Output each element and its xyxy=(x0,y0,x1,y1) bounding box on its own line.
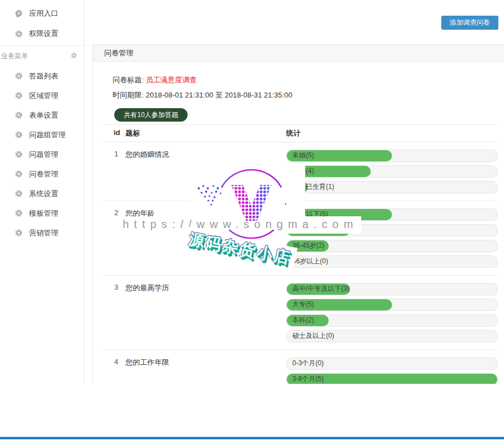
gear-icon xyxy=(15,209,23,217)
sidebar-item-app-entry[interactable]: 应用入口 xyxy=(0,3,84,24)
sidebar-item-label: 问卷管理 xyxy=(29,169,58,179)
stat-bar-label: 0-3个月(0) xyxy=(292,358,324,368)
participants-badge: 共有10人参加答题 xyxy=(114,108,188,122)
gear-icon xyxy=(15,72,23,80)
stat-bar-label: 高中/中专及以下(3) xyxy=(292,284,349,294)
sidebar-item-region-management[interactable]: 区域管理 xyxy=(0,86,84,105)
sidebar-item-label: 表单设置 xyxy=(29,110,58,120)
gear-icon xyxy=(15,131,23,139)
sidebar-item-form-settings[interactable]: 表单设置 xyxy=(0,105,84,125)
stat-bar-track: 高中/中专及以下(3) xyxy=(286,283,498,295)
sidebar-item-label: 应用入口 xyxy=(29,8,58,18)
sidebar-item-label: 问题组管理 xyxy=(29,130,66,140)
watermark-logo xyxy=(188,161,288,245)
stat-bar-track: 大专(5) xyxy=(286,299,498,311)
gear-icon xyxy=(15,229,23,237)
panel-title: 问卷管理 xyxy=(93,45,504,62)
gear-icon xyxy=(15,170,23,178)
sidebar-item-question-group-management[interactable]: 问题组管理 xyxy=(0,125,84,145)
survey-time-value: 2018-08-01 21:31:00 至 2018-08-31 21:35:0… xyxy=(146,91,292,99)
stat-bar-label: 未婚(5) xyxy=(292,150,314,160)
sidebar-item-label: 营销管理 xyxy=(29,228,58,238)
stat-bars: 未婚(5)已婚(4)已婚已生育(1) xyxy=(286,150,498,197)
stat-bar-track: 本科(2) xyxy=(286,314,498,327)
stat-bar-label: 硕士及以上(0) xyxy=(292,331,334,341)
stat-bar-track: 已婚已生育(1) xyxy=(286,181,498,193)
sidebar-item-marketing-management[interactable]: 营销管理 xyxy=(0,223,84,243)
gear-icon xyxy=(15,150,23,159)
survey-title-label: 问卷标题: xyxy=(113,76,144,84)
add-survey-button[interactable]: 添加调查问卷 xyxy=(441,16,498,30)
survey-title-value: 员工满意度调查 xyxy=(146,76,197,84)
sidebar-item-answer-list[interactable]: 答题列表 xyxy=(0,66,84,86)
sidebar-item-question-management[interactable]: 问题管理 xyxy=(0,145,84,164)
application-window: 应用入口 权限设置 业务菜单 答题列表区域管理表单设置问题组管理问题管理问卷管理… xyxy=(0,0,504,441)
sidebar-item-label: 区域管理 xyxy=(29,91,58,101)
sidebar-item-questionnaire-management[interactable]: 问卷管理 xyxy=(0,164,84,184)
sidebar-top-group: 应用入口 权限设置 xyxy=(0,0,84,44)
survey-time-label: 时间期限: xyxy=(113,91,144,99)
stat-bar-label: 本科(2) xyxy=(292,315,314,325)
sidebar-item-system-settings[interactable]: 系统设置 xyxy=(0,184,84,203)
question-id: 1 xyxy=(103,150,125,197)
gear-icon xyxy=(15,111,23,119)
survey-time-row: 时间期限: 2018-08-01 21:31:00 至 2018-08-31 2… xyxy=(113,90,498,100)
stat-bar-label: 3-6个月(5) xyxy=(292,374,324,384)
sidebar-item-permission-settings[interactable]: 权限设置 xyxy=(0,24,84,44)
gear-icon[interactable] xyxy=(71,52,77,59)
stat-bar-track: 46岁以上(0) xyxy=(286,256,498,268)
gear-icon xyxy=(15,30,23,38)
sidebar-item-label: 问题管理 xyxy=(29,150,58,160)
sidebar: 应用入口 权限设置 业务菜单 答题列表区域管理表单设置问题组管理问题管理问卷管理… xyxy=(0,0,85,383)
sidebar-item-label: 系统设置 xyxy=(29,189,58,199)
stat-bars: 0-3个月(0)3-6个月(5)6个月-1年(0)1-3年(0) xyxy=(286,358,498,384)
comment-icon xyxy=(15,10,23,18)
sidebar-item-label: 答题列表 xyxy=(29,71,58,81)
column-header-id: id xyxy=(103,128,125,138)
stat-bar-label: 大专(5) xyxy=(292,299,314,309)
stat-bar-track: 36-45岁(2) xyxy=(286,240,498,252)
sidebar-section-label: 业务菜单 xyxy=(1,52,28,60)
sidebar-item-label: 权限设置 xyxy=(29,29,58,39)
column-header-title: 题标 xyxy=(125,128,286,138)
sidebar-section-header: 业务菜单 xyxy=(0,46,84,66)
stat-bar-label: 46岁以上(0) xyxy=(292,256,328,266)
stat-bars: 高中/中专及以下(3)大专(5)本科(2)硕士及以上(0) xyxy=(286,283,498,346)
table-row: 4您的工作年限0-3个月(0)3-6个月(5)6个月-1年(0)1-3年(0) xyxy=(103,350,498,384)
question-id: 4 xyxy=(103,358,125,384)
table-row: 3您的最高学历高中/中专及以下(3)大专(5)本科(2)硕士及以上(0) xyxy=(103,276,498,350)
scatter-dots xyxy=(198,185,223,205)
sidebar-item-template-management[interactable]: 模板管理 xyxy=(0,203,84,223)
gear-icon xyxy=(15,91,23,100)
gear-icon xyxy=(15,189,23,198)
column-header-stats: 统计 xyxy=(286,128,498,138)
footer-accent-line xyxy=(0,437,504,439)
stat-bar-track: 未婚(5) xyxy=(286,150,498,162)
stat-bar-track: 硕士及以上(0) xyxy=(286,330,498,342)
question-id: 3 xyxy=(103,283,125,346)
stat-bar-track: 3-6个月(5) xyxy=(286,373,498,384)
stat-bar-track: 0-3个月(0) xyxy=(286,358,498,370)
stat-bar-track: 已婚(4) xyxy=(286,165,498,178)
question-title: 您的最高学历 xyxy=(125,283,286,346)
sidebar-menu-list: 答题列表区域管理表单设置问题组管理问题管理问卷管理系统设置模板管理营销管理 xyxy=(0,66,84,243)
survey-title-row: 问卷标题: 员工满意度调查 xyxy=(113,75,498,85)
sidebar-item-label: 模板管理 xyxy=(29,208,58,219)
question-title: 您的工作年限 xyxy=(125,358,286,384)
table-header: id 题标 统计 xyxy=(103,124,498,142)
